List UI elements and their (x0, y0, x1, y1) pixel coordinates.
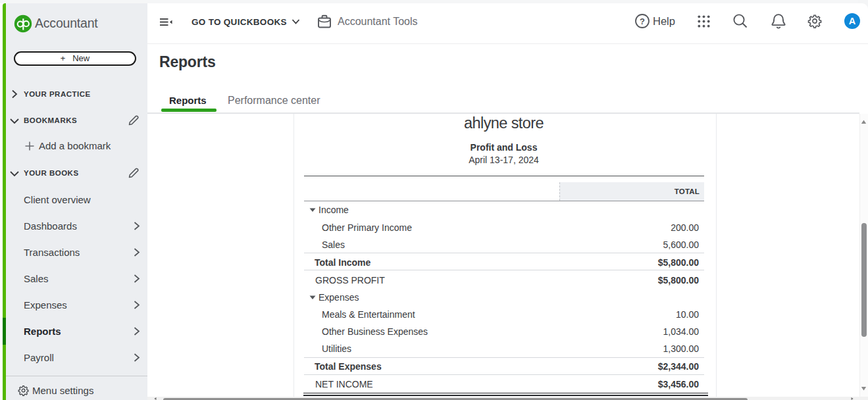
svg-text:?: ? (640, 16, 645, 26)
